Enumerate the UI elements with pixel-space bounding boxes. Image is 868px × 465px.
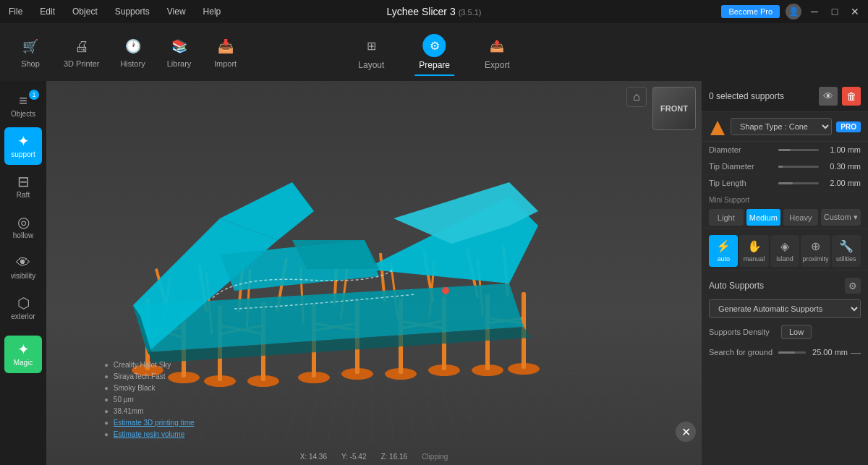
menu-help[interactable]: Help [200,4,224,20]
proximity-mode-label: proximity [802,255,828,263]
menu-supports[interactable]: Supports [112,4,153,20]
restore-button[interactable]: □ [827,4,842,19]
toggle-visibility-button[interactable]: 👁 [819,87,838,106]
sidebar-item-hollow[interactable]: ◎ hollow [4,208,42,246]
toolbar-history[interactable]: 🕐 History [111,32,155,72]
sidebar-item-visibility[interactable]: 👁 visibility [4,249,42,286]
sidebar-item-raft[interactable]: ⊟ Raft [4,168,42,205]
gear-icon: ⚙ [848,281,857,291]
viewport[interactable]: FRONT ⌂ ● Creality Halot Sky ● SirayaTec… [46,81,702,465]
toolbar-library[interactable]: 📚 Library [158,32,201,72]
tab-prepare[interactable]: ⚙ Prepare [401,28,467,76]
utilities-mode-icon: 🔧 [839,239,854,253]
tab-layout[interactable]: ⊞ Layout [341,28,401,76]
circle-icon-5: ● [104,407,109,415]
minimize-button[interactable]: ─ [807,4,822,19]
sidebar-item-support[interactable]: ✦ support [4,127,42,165]
cube-navigator[interactable]: FRONT [652,87,696,130]
estimate-resin-link[interactable]: ● Estimate resin volume [104,429,195,440]
mini-support-light[interactable]: Light [709,209,744,226]
proximity-mode-icon: ⊕ [811,239,820,253]
toolbar-import[interactable]: 📥 Import [204,32,247,72]
mode-utilities[interactable]: 🔧 utilities [832,235,861,267]
ground-slider-fill [778,351,795,354]
selected-supports-text: 0 selected supports [709,91,784,101]
hollow-icon: ◎ [17,215,30,229]
panel-header: 0 selected supports 👁 🗑 [702,81,868,112]
become-pro-button[interactable]: Become Pro [721,5,780,18]
menu-object[interactable]: Object [69,4,101,20]
library-icon: 📚 [169,36,190,56]
generate-select[interactable]: Generate Automatic Supports [709,299,861,318]
mode-auto[interactable]: ⚡ auto [709,235,738,267]
estimate-print-label[interactable]: Estimate 3D printing time [114,419,195,427]
tip-length-row: Tip Length 2.00 mm [702,175,868,192]
estimate-print-link[interactable]: ● Estimate 3D printing time [104,417,195,429]
cube-face-front[interactable]: FRONT [652,87,696,130]
circle-icon-2: ● [104,372,109,380]
cube-face-label: FRONT [660,104,688,113]
auto-supports-settings-button[interactable]: ⚙ [845,278,861,294]
layout-tab-icon: ⊞ [359,34,383,57]
sidebar-item-magic[interactable]: ✦ Magic [4,336,42,373]
mode-manual[interactable]: ✋ manual [739,235,768,267]
circle-icon-1: ● [104,361,109,369]
tab-export[interactable]: 📤 Export [467,28,527,76]
menu-edit[interactable]: Edit [37,4,58,20]
app-name: Lychee Slicer 3 [387,6,456,17]
app-version: (3.5.1) [459,8,482,17]
tip-diameter-slider[interactable] [778,166,819,168]
mini-support-medium[interactable]: Medium [746,209,781,226]
height-info: ● 38.41mm [104,406,195,417]
circle-icon-4: ● [104,396,109,404]
sidebar-item-exterior[interactable]: ⬡ exterior [4,289,42,327]
sidebar-hollow-label: hollow [13,231,33,239]
ground-label: Search for ground [709,348,774,357]
auto-supports-header: Auto Supports ⚙ [702,275,868,297]
info-overlay: ● Creality Halot Sky ● SirayaTech.Fast ●… [98,357,200,443]
user-icon[interactable]: 👤 [786,4,801,20]
close-button[interactable]: ✕ [848,4,862,19]
sidebar-exterior-label: exterior [11,312,35,320]
tip-diameter-label: Tip Diameter [709,162,774,171]
ground-value: 25.00 mm [810,348,848,357]
mini-support-heavy[interactable]: Heavy [783,209,818,226]
clipping-label[interactable]: Clipping [422,453,448,461]
mini-support-custom[interactable]: Custom ▾ [821,209,861,226]
eye-icon: 👁 [823,90,833,102]
diameter-slider-fill [778,149,791,151]
mode-bar: ⚡ auto ✋ manual ◈ island ⊕ proximity 🔧 u… [702,229,868,270]
diameter-slider[interactable] [778,149,819,151]
titlebar: File Edit Object Supports View Help Lych… [0,0,868,23]
ground-expand-icon[interactable]: — [851,346,861,358]
menu-view[interactable]: View [164,4,189,20]
history-icon: 🕐 [123,36,143,56]
menu-file[interactable]: File [6,4,25,20]
mode-island[interactable]: ◈ island [770,235,799,267]
delete-supports-button[interactable]: 🗑 [842,87,861,106]
ground-slider[interactable] [778,351,806,354]
link-icon-2: ● [104,430,109,438]
shape-type-select[interactable]: Shape Type : Cone [731,118,832,135]
tip-length-slider[interactable] [778,182,819,184]
tip-diameter-slider-fill [778,166,783,168]
viewport-close-icon: ✕ [681,425,691,439]
ground-search-row: Search for ground 25.00 mm — [702,343,868,362]
viewport-close-button[interactable]: ✕ [676,422,696,442]
sidebar-magic-label: Magic [14,359,33,367]
export-tab-icon: 📤 [485,34,509,57]
mini-support-buttons: Light Medium Heavy Custom ▾ [702,206,868,229]
toolbar-3dprinter[interactable]: 🖨 3D Printer [55,32,109,72]
tip-diameter-row: Tip Diameter 0.30 mm [702,158,868,175]
mini-support-label: Mini Support [702,192,868,206]
home-view-button[interactable]: ⌂ [626,87,647,107]
mode-proximity[interactable]: ⊕ proximity [801,235,830,267]
diameter-value: 1.00 mm [823,145,861,154]
y-coord: Y: -5.42 [341,453,366,461]
cone-icon [709,118,726,135]
sidebar-item-objects[interactable]: 1 ≡ Objects [4,87,42,124]
shop-icon: 🛒 [20,36,41,56]
toolbar-shop[interactable]: 🛒 Shop [9,32,52,72]
toolbar-library-label: Library [167,59,192,68]
estimate-resin-label[interactable]: Estimate resin volume [114,430,184,438]
